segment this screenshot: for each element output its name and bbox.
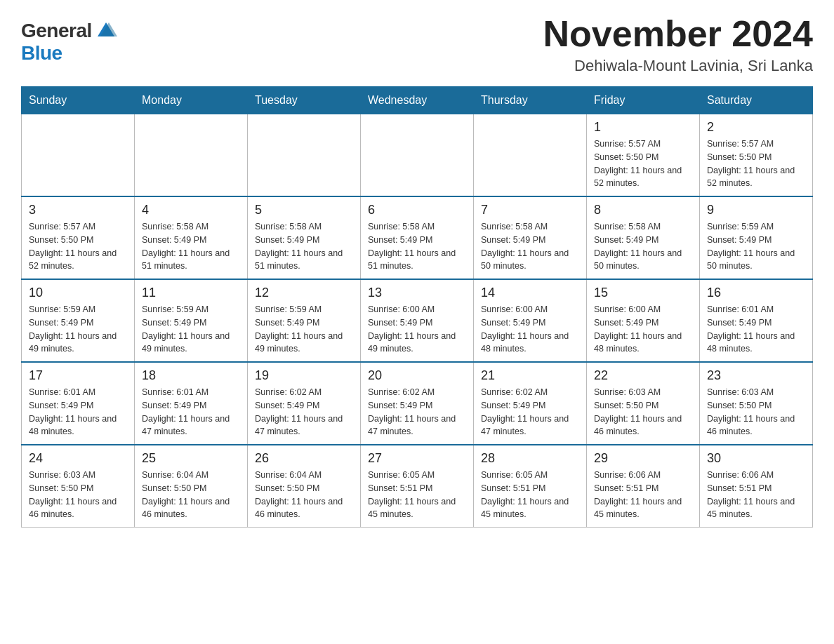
day-number: 19 — [255, 368, 353, 383]
day-info: Sunrise: 6:04 AM Sunset: 5:50 PM Dayligh… — [255, 469, 353, 521]
calendar-table: Sunday Monday Tuesday Wednesday Thursday… — [21, 86, 813, 528]
day-number: 7 — [481, 203, 579, 217]
table-row: 2Sunrise: 5:57 AM Sunset: 5:50 PM Daylig… — [700, 114, 813, 197]
table-row: 26Sunrise: 6:04 AM Sunset: 5:50 PM Dayli… — [248, 445, 361, 528]
day-number: 18 — [142, 368, 240, 383]
day-number: 26 — [255, 451, 353, 466]
day-info: Sunrise: 6:06 AM Sunset: 5:51 PM Dayligh… — [707, 469, 805, 521]
day-number: 24 — [29, 451, 127, 466]
header-sunday: Sunday — [22, 87, 135, 114]
header-thursday: Thursday — [474, 87, 587, 114]
day-info: Sunrise: 5:57 AM Sunset: 5:50 PM Dayligh… — [29, 220, 127, 273]
day-info: Sunrise: 6:01 AM Sunset: 5:49 PM Dayligh… — [707, 303, 805, 356]
month-title: November 2024 — [543, 14, 813, 54]
day-number: 3 — [29, 203, 127, 217]
day-number: 29 — [594, 451, 692, 466]
table-row: 24Sunrise: 6:03 AM Sunset: 5:50 PM Dayli… — [22, 445, 135, 528]
table-row — [248, 114, 361, 197]
logo-icon — [95, 20, 117, 42]
calendar-week-row: 17Sunrise: 6:01 AM Sunset: 5:49 PM Dayli… — [22, 362, 813, 445]
day-number: 20 — [368, 368, 466, 383]
logo-blue-text: Blue — [21, 42, 62, 65]
table-row: 1Sunrise: 5:57 AM Sunset: 5:50 PM Daylig… — [587, 114, 700, 197]
table-row — [361, 114, 474, 197]
day-info: Sunrise: 6:02 AM Sunset: 5:49 PM Dayligh… — [255, 386, 353, 438]
day-number: 1 — [594, 120, 692, 135]
table-row: 13Sunrise: 6:00 AM Sunset: 5:49 PM Dayli… — [361, 279, 474, 362]
table-row: 19Sunrise: 6:02 AM Sunset: 5:49 PM Dayli… — [248, 362, 361, 445]
table-row: 16Sunrise: 6:01 AM Sunset: 5:49 PM Dayli… — [700, 279, 813, 362]
table-row: 18Sunrise: 6:01 AM Sunset: 5:49 PM Dayli… — [135, 362, 248, 445]
logo-general-text: General — [21, 20, 92, 42]
day-info: Sunrise: 5:57 AM Sunset: 5:50 PM Dayligh… — [707, 137, 805, 190]
table-row: 3Sunrise: 5:57 AM Sunset: 5:50 PM Daylig… — [22, 196, 135, 279]
day-info: Sunrise: 6:00 AM Sunset: 5:49 PM Dayligh… — [481, 303, 579, 356]
day-number: 27 — [368, 451, 466, 466]
header: General Blue November 2024 Dehiwala-Moun… — [21, 14, 813, 75]
day-info: Sunrise: 5:58 AM Sunset: 5:49 PM Dayligh… — [255, 220, 353, 273]
table-row: 14Sunrise: 6:00 AM Sunset: 5:49 PM Dayli… — [474, 279, 587, 362]
table-row: 20Sunrise: 6:02 AM Sunset: 5:49 PM Dayli… — [361, 362, 474, 445]
table-row: 7Sunrise: 5:58 AM Sunset: 5:49 PM Daylig… — [474, 196, 587, 279]
day-number: 5 — [255, 203, 353, 217]
day-number: 30 — [707, 451, 805, 466]
day-number: 8 — [594, 203, 692, 217]
table-row: 11Sunrise: 5:59 AM Sunset: 5:49 PM Dayli… — [135, 279, 248, 362]
day-number: 13 — [368, 286, 466, 300]
day-info: Sunrise: 6:01 AM Sunset: 5:49 PM Dayligh… — [142, 386, 240, 438]
day-info: Sunrise: 5:59 AM Sunset: 5:49 PM Dayligh… — [255, 303, 353, 356]
location-subtitle: Dehiwala-Mount Lavinia, Sri Lanka — [543, 57, 813, 75]
table-row: 9Sunrise: 5:59 AM Sunset: 5:49 PM Daylig… — [700, 196, 813, 279]
table-row: 12Sunrise: 5:59 AM Sunset: 5:49 PM Dayli… — [248, 279, 361, 362]
day-number: 25 — [142, 451, 240, 466]
table-row: 28Sunrise: 6:05 AM Sunset: 5:51 PM Dayli… — [474, 445, 587, 528]
calendar-week-row: 3Sunrise: 5:57 AM Sunset: 5:50 PM Daylig… — [22, 196, 813, 279]
day-info: Sunrise: 6:03 AM Sunset: 5:50 PM Dayligh… — [594, 386, 692, 438]
day-info: Sunrise: 6:05 AM Sunset: 5:51 PM Dayligh… — [481, 469, 579, 521]
day-number: 14 — [481, 286, 579, 300]
table-row: 4Sunrise: 5:58 AM Sunset: 5:49 PM Daylig… — [135, 196, 248, 279]
calendar-week-row: 24Sunrise: 6:03 AM Sunset: 5:50 PM Dayli… — [22, 445, 813, 528]
day-info: Sunrise: 6:02 AM Sunset: 5:49 PM Dayligh… — [481, 386, 579, 438]
day-info: Sunrise: 5:59 AM Sunset: 5:49 PM Dayligh… — [142, 303, 240, 356]
table-row: 22Sunrise: 6:03 AM Sunset: 5:50 PM Dayli… — [587, 362, 700, 445]
day-number: 4 — [142, 203, 240, 217]
day-info: Sunrise: 5:58 AM Sunset: 5:49 PM Dayligh… — [368, 220, 466, 273]
header-friday: Friday — [587, 87, 700, 114]
table-row: 27Sunrise: 6:05 AM Sunset: 5:51 PM Dayli… — [361, 445, 474, 528]
day-number: 9 — [707, 203, 805, 217]
table-row: 5Sunrise: 5:58 AM Sunset: 5:49 PM Daylig… — [248, 196, 361, 279]
logo: General Blue — [21, 20, 117, 65]
table-row: 17Sunrise: 6:01 AM Sunset: 5:49 PM Dayli… — [22, 362, 135, 445]
header-saturday: Saturday — [700, 87, 813, 114]
day-info: Sunrise: 6:00 AM Sunset: 5:49 PM Dayligh… — [368, 303, 466, 356]
day-number: 2 — [707, 120, 805, 135]
day-info: Sunrise: 5:58 AM Sunset: 5:49 PM Dayligh… — [481, 220, 579, 273]
table-row — [135, 114, 248, 197]
header-monday: Monday — [135, 87, 248, 114]
day-info: Sunrise: 5:57 AM Sunset: 5:50 PM Dayligh… — [594, 137, 692, 190]
day-info: Sunrise: 5:59 AM Sunset: 5:49 PM Dayligh… — [29, 303, 127, 356]
day-number: 23 — [707, 368, 805, 383]
table-row: 29Sunrise: 6:06 AM Sunset: 5:51 PM Dayli… — [587, 445, 700, 528]
day-info: Sunrise: 6:05 AM Sunset: 5:51 PM Dayligh… — [368, 469, 466, 521]
day-number: 12 — [255, 286, 353, 300]
day-number: 11 — [142, 286, 240, 300]
table-row: 8Sunrise: 5:58 AM Sunset: 5:49 PM Daylig… — [587, 196, 700, 279]
table-row: 23Sunrise: 6:03 AM Sunset: 5:50 PM Dayli… — [700, 362, 813, 445]
calendar-week-row: 10Sunrise: 5:59 AM Sunset: 5:49 PM Dayli… — [22, 279, 813, 362]
calendar-week-row: 1Sunrise: 5:57 AM Sunset: 5:50 PM Daylig… — [22, 114, 813, 197]
day-info: Sunrise: 6:01 AM Sunset: 5:49 PM Dayligh… — [29, 386, 127, 438]
header-tuesday: Tuesday — [248, 87, 361, 114]
day-number: 21 — [481, 368, 579, 383]
day-number: 28 — [481, 451, 579, 466]
title-section: November 2024 Dehiwala-Mount Lavinia, Sr… — [543, 14, 813, 75]
day-info: Sunrise: 5:58 AM Sunset: 5:49 PM Dayligh… — [142, 220, 240, 273]
day-info: Sunrise: 6:03 AM Sunset: 5:50 PM Dayligh… — [707, 386, 805, 438]
day-number: 16 — [707, 286, 805, 300]
calendar-header-row: Sunday Monday Tuesday Wednesday Thursday… — [22, 87, 813, 114]
day-number: 22 — [594, 368, 692, 383]
table-row — [474, 114, 587, 197]
day-info: Sunrise: 5:59 AM Sunset: 5:49 PM Dayligh… — [707, 220, 805, 273]
day-info: Sunrise: 6:06 AM Sunset: 5:51 PM Dayligh… — [594, 469, 692, 521]
